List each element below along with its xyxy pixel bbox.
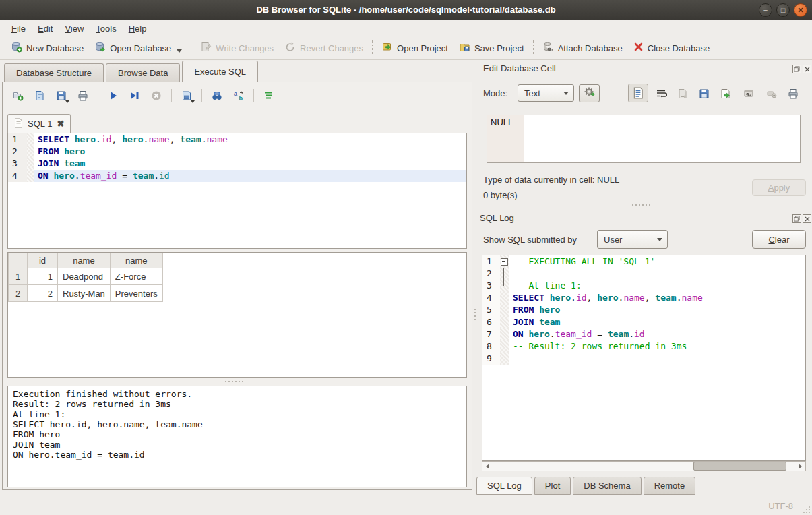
chevron-down-icon [652,238,667,241]
dock-tab-bar: SQL Log Plot DB Schema Remote [476,477,695,495]
attach-database-button[interactable]: Attach Database [537,38,628,57]
float-panel-icon[interactable] [792,214,801,223]
scroll-left-icon[interactable] [482,462,493,471]
column-header[interactable]: name [58,253,111,268]
maximize-button[interactable]: □ [776,3,790,17]
mode-select[interactable]: Text [518,84,574,102]
open-project-button[interactable]: Open Project [376,38,454,57]
tab-browse-data[interactable]: Browse Data [106,63,180,82]
open-sql-file-icon[interactable] [31,87,49,104]
code-line: 9 [482,353,805,365]
sql-document-icon [14,118,23,130]
float-panel-icon[interactable] [792,65,801,73]
fold-marker-icon[interactable] [500,268,509,280]
encoding-indicator[interactable]: UTF-8 [768,501,793,511]
grid-corner[interactable] [9,253,28,268]
menu-tools[interactable]: Tools [90,22,122,36]
find-icon[interactable] [208,87,226,104]
code-line: 5FROM hero [482,304,805,316]
fold-marker-icon[interactable] [500,255,509,268]
set-null-icon [763,85,780,102]
toolbar-separator [533,40,534,55]
sql-log-filter-select[interactable]: User [597,230,668,249]
app-window: DB Browser for SQLite - /home/user/code/… [0,0,812,515]
close-database-icon [633,42,644,54]
status-bar: UTF-8 [0,495,812,515]
fold-marker-icon[interactable] [500,280,509,292]
close-database-button[interactable]: Close Database [628,39,716,57]
dock-tab-sql-log[interactable]: SQL Log [476,477,532,495]
print-cell-icon[interactable] [784,85,802,102]
tab-database-structure[interactable]: Database Structure [4,63,104,82]
dock-tab-remote[interactable]: Remote [644,477,696,495]
dock-tab-plot[interactable]: Plot [534,477,571,495]
sql-editor[interactable]: 1SELECT hero.id, hero.name, team.name2FR… [7,133,467,249]
save-sql-file-icon[interactable] [53,87,70,104]
scroll-right-icon[interactable] [795,462,805,471]
menu-view[interactable]: View [59,22,90,36]
execute-current-line-icon[interactable] [126,87,144,104]
menu-help[interactable]: Help [123,22,153,36]
table-cell[interactable]: Rusty-Man [58,285,111,302]
column-header[interactable]: id [28,253,58,268]
write-changes-button: Write Changes [195,38,279,57]
open-database-icon [94,41,106,55]
dock-splitter[interactable] [632,204,650,206]
table-cell[interactable]: Z-Force [110,268,162,285]
new-database-button[interactable]: New Database [5,38,89,57]
scrollbar-thumb[interactable] [693,462,786,471]
save-project-button[interactable]: Save Project [454,38,530,57]
sql-log-hscrollbar[interactable] [482,461,806,471]
pane-splitter[interactable] [474,309,476,320]
attach-database-icon [542,41,554,55]
exec-log-line: ON hero.team_id = team.id [13,450,462,460]
table-cell[interactable]: Preventers [110,285,162,302]
find-replace-icon[interactable]: ab [230,87,247,104]
results-log-splitter[interactable] [225,381,243,382]
open-database-dropdown-icon[interactable] [177,49,182,53]
dock-tab-db-schema[interactable]: DB Schema [573,477,641,495]
scrollbar-track[interactable] [493,462,795,471]
svg-text:a: a [234,90,238,97]
row-header[interactable]: 1 [9,268,28,285]
cell-editor[interactable]: NULL [487,115,801,163]
title-bar[interactable]: DB Browser for SQLite - /home/user/code/… [0,0,812,20]
code-line: 3JOIN team [8,158,466,170]
show-sql-label: Show SQL submitted by [483,235,577,245]
close-panel-icon[interactable] [803,65,811,73]
sql-log-view[interactable]: 1-- EXECUTING ALL IN 'SQL 1'2--3-- At li… [482,255,806,461]
close-panel-icon[interactable] [803,214,811,223]
minimize-button[interactable]: − [759,3,772,17]
clear-log-button[interactable]: Clear [752,230,806,249]
table-cell[interactable]: 2 [28,285,58,302]
close-sql-tab-icon[interactable]: ✖ [57,119,64,129]
open-external-icon[interactable] [740,85,757,102]
cell-value: NULL [487,115,524,162]
tab-execute-sql[interactable]: Execute SQL [182,61,258,82]
open-sql-tab-icon[interactable] [9,87,27,104]
export-data-icon[interactable] [717,85,735,102]
close-button[interactable]: ✕ [794,3,807,17]
word-wrap-icon[interactable] [652,85,670,102]
print-icon[interactable] [74,87,92,104]
sql-document-tab[interactable]: SQL 1 ✖ [7,114,71,133]
auto-switch-mode-button[interactable] [579,84,600,102]
save-results-icon[interactable] [178,87,195,104]
table-row: 11DeadpondZ-Force [9,268,163,285]
execute-all-icon[interactable] [104,87,122,104]
code-line: 2-- [482,268,805,280]
execution-message-area[interactable]: Execution finished without errors.Result… [7,386,467,487]
column-header[interactable]: name [110,253,162,268]
text-mode-icon[interactable] [628,84,648,102]
table-cell[interactable]: Deadpond [58,268,111,285]
table-cell[interactable]: 1 [28,268,58,285]
resize-grip[interactable] [802,505,810,513]
open-database-button[interactable]: Open Database [89,38,187,57]
code-line: 2FROM hero [8,146,466,158]
row-header[interactable]: 2 [9,285,28,302]
menu-edit[interactable]: Edit [32,22,59,36]
save-as-icon[interactable] [695,85,713,102]
auto-format-icon[interactable] [260,87,278,104]
menu-file[interactable]: File [5,22,32,36]
sql-log-panel-title: SQL Log [480,213,514,223]
